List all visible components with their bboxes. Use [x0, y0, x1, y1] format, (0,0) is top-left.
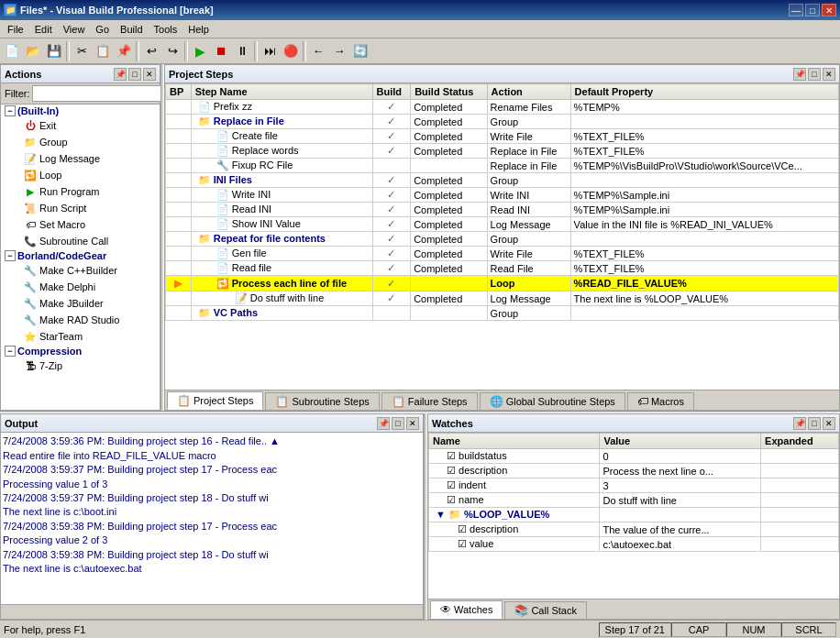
category-borland[interactable]: − Borland/CodeGear: [1, 249, 160, 262]
action-make-rad[interactable]: 🔧 Make RAD Studio: [1, 312, 160, 328]
table-row[interactable]: 🔧 Fixup RC File Replace in File %TEMP%\V…: [166, 159, 839, 173]
new-button[interactable]: 📄: [2, 41, 22, 61]
output-scroll[interactable]: [1, 604, 423, 619]
tab-global-subroutine[interactable]: 🌐 Global Subroutine Steps: [480, 392, 625, 410]
category-builtin[interactable]: − (Built-In): [1, 104, 160, 117]
build-cell: ✓: [372, 232, 411, 247]
action-log-message[interactable]: 📝 Log Message: [1, 150, 160, 167]
table-row[interactable]: 📄 Prefix zz ✓ Completed Rename Files %TE…: [166, 100, 839, 115]
bp-button[interactable]: 🔴: [281, 41, 301, 61]
project-pin-button[interactable]: 📌: [793, 68, 806, 81]
copy-button[interactable]: 📋: [93, 41, 113, 61]
bp-cell: [166, 247, 192, 261]
action-run-script[interactable]: 📜 Run Script: [1, 200, 160, 216]
build-cell: [372, 306, 411, 321]
failure-tab-icon: 📋: [392, 395, 405, 408]
menu-view[interactable]: View: [58, 22, 91, 37]
watch-value: Do stuff with line: [600, 493, 761, 508]
step-button[interactable]: ⏭: [260, 41, 280, 61]
output-close-button[interactable]: ✕: [406, 417, 419, 430]
table-row[interactable]: 📄 Write INI ✓ Completed Write INI %TEMP%…: [166, 188, 839, 203]
tab-failure-steps[interactable]: 📋 Failure Steps: [381, 392, 478, 410]
menu-tools[interactable]: Tools: [149, 22, 183, 37]
action-exit[interactable]: ⏻ Exit: [1, 117, 160, 134]
actions-float-button[interactable]: □: [128, 68, 141, 81]
tab-project-steps-label: Project Steps: [193, 395, 253, 406]
table-row[interactable]: 📄 Read INI ✓ Completed Read INI %TEMP%\S…: [166, 203, 839, 217]
save-button[interactable]: 💾: [44, 41, 64, 61]
stop-button[interactable]: ⏹: [211, 41, 231, 61]
category-compression[interactable]: − Compression: [1, 345, 160, 358]
table-row[interactable]: 📁 INI Files ✓ Completed Group: [166, 173, 839, 188]
watches-pin-button[interactable]: 📌: [793, 417, 806, 430]
undo-button[interactable]: ↩: [141, 41, 161, 61]
watch-row[interactable]: ☑ indent 3: [429, 478, 839, 493]
action-set-macro[interactable]: 🏷 Set Macro: [1, 216, 160, 233]
table-row[interactable]: 📄 Show INI Value ✓ Completed Log Message…: [166, 217, 839, 232]
table-row[interactable]: 📝 Do stuff with line ✓ Completed Log Mes…: [166, 292, 839, 306]
output-pin-button[interactable]: 📌: [377, 417, 390, 430]
watch-row[interactable]: ☑ buildstatus 0: [429, 449, 839, 464]
cut-button[interactable]: ✂: [72, 41, 92, 61]
table-row[interactable]: 📄 Create file ✓ Completed Write File %TE…: [166, 129, 839, 144]
table-row[interactable]: 📁 Repeat for file contents ✓ Completed G…: [166, 232, 839, 247]
back-button[interactable]: ←: [308, 41, 328, 61]
watch-row[interactable]: ☑ name Do stuff with line: [429, 493, 839, 508]
open-button[interactable]: 📂: [23, 41, 43, 61]
output-float-button[interactable]: □: [392, 417, 404, 430]
action-make-cppbuilder[interactable]: 🔧 Make C++Builder: [1, 262, 160, 279]
tab-watches[interactable]: 👁 Watches: [430, 600, 503, 619]
table-row-selected[interactable]: ▶ 🔁 Process each line of file ✓ Loop %RE…: [166, 276, 839, 292]
action-make-jbuilder[interactable]: 🔧 Make JBuilder: [1, 295, 160, 312]
actions-close-button[interactable]: ✕: [143, 68, 156, 81]
action-starteam[interactable]: ⭐ StarTeam: [1, 328, 160, 345]
status-cell: Completed: [411, 100, 487, 115]
action-group[interactable]: 📁 Group: [1, 134, 160, 150]
menu-file[interactable]: File: [2, 22, 29, 37]
project-close-button[interactable]: ✕: [823, 68, 835, 81]
actions-pin-button[interactable]: 📌: [114, 68, 127, 81]
maximize-button[interactable]: □: [805, 4, 820, 16]
refresh-button[interactable]: 🔄: [350, 41, 370, 61]
menu-go[interactable]: Go: [90, 22, 115, 37]
paste-button[interactable]: 📌: [114, 41, 134, 61]
tab-subroutine-steps[interactable]: 📋 Subroutine Steps: [265, 392, 379, 410]
action-cell: Log Message: [487, 292, 570, 306]
redo-button[interactable]: ↪: [162, 41, 182, 61]
action-run-program[interactable]: ▶ Run Program: [1, 183, 160, 200]
table-row[interactable]: 📁 Replace in File ✓ Completed Group: [166, 115, 839, 129]
close-button[interactable]: ✕: [822, 4, 836, 16]
table-row[interactable]: 📁 VC Paths Group: [166, 306, 839, 321]
filter-input[interactable]: [32, 85, 164, 102]
forward-button[interactable]: →: [329, 41, 349, 61]
action-subroutine[interactable]: 📞 Subroutine Call: [1, 233, 160, 249]
action-make-delphi[interactable]: 🔧 Make Delphi: [1, 279, 160, 295]
project-float-button[interactable]: □: [808, 68, 821, 81]
tab-project-steps[interactable]: 📋 Project Steps: [167, 391, 263, 410]
build-cell: ✓: [372, 292, 411, 306]
action-loop[interactable]: 🔁 Loop: [1, 167, 160, 183]
watch-row[interactable]: ▼ 📁 %LOOP_VALUE%: [429, 508, 839, 522]
tab-callstack[interactable]: 📚 Call Stack: [504, 601, 587, 619]
table-row[interactable]: 📄 Replace words ✓ Completed Replace in F…: [166, 144, 839, 159]
watch-row[interactable]: ☑ value c:\autoexec.bat: [429, 537, 839, 552]
pause-button[interactable]: ⏸: [232, 41, 252, 61]
expand-compression-icon[interactable]: −: [5, 346, 16, 357]
watches-float-button[interactable]: □: [808, 417, 821, 430]
menu-build[interactable]: Build: [115, 22, 148, 37]
run-button[interactable]: ▶: [190, 41, 210, 61]
watch-row[interactable]: ☑ description Process the next line o...: [429, 464, 839, 478]
watches-close-button[interactable]: ✕: [823, 417, 835, 430]
tab-macros[interactable]: 🏷 Macros: [627, 392, 694, 410]
table-row[interactable]: 📄 Read file ✓ Completed Read File %TEXT_…: [166, 261, 839, 276]
menu-help[interactable]: Help: [182, 22, 215, 37]
table-row[interactable]: 📄 Gen file ✓ Completed Write File %TEXT_…: [166, 247, 839, 261]
watch-row[interactable]: ☑ description The value of the curre...: [429, 522, 839, 537]
expand-borland-icon[interactable]: −: [5, 250, 16, 261]
menu-edit[interactable]: Edit: [29, 22, 58, 37]
minimize-button[interactable]: —: [789, 4, 803, 16]
watch-value: c:\autoexec.bat: [600, 537, 761, 552]
action-make-cpp-label: Make C++Builder: [39, 265, 117, 276]
action-7zip[interactable]: 🗜 7-Zip: [1, 358, 160, 374]
expand-builtin-icon[interactable]: −: [5, 105, 16, 116]
